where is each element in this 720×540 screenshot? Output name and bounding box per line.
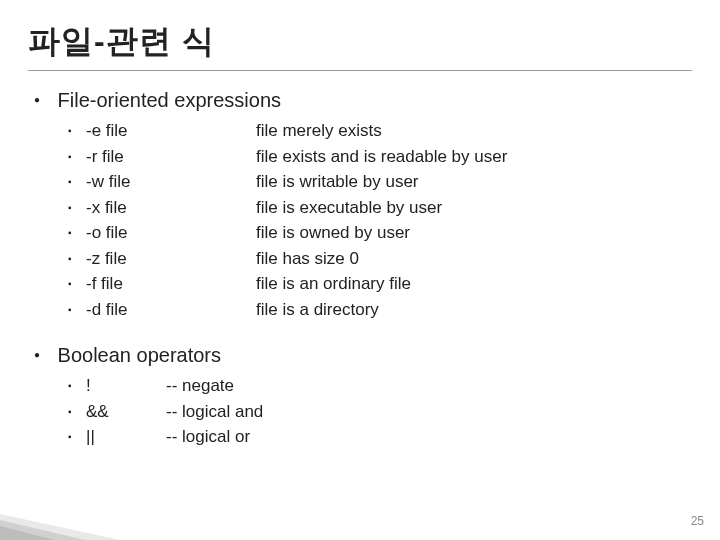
- item-description: file is an ordinary file: [256, 271, 692, 297]
- square-bullet-icon: [68, 297, 86, 323]
- square-bullet-icon: [68, 271, 86, 297]
- item-description: file exists and is readable by user: [256, 144, 692, 170]
- item-description: file is executable by user: [256, 195, 692, 221]
- item-description: file is owned by user: [256, 220, 692, 246]
- item-operator: -z file: [86, 246, 256, 272]
- section-heading: Boolean operators: [34, 344, 692, 367]
- list-item: -w filefile is writable by user: [68, 169, 692, 195]
- svg-marker-0: [0, 514, 120, 540]
- square-bullet-icon: [68, 373, 86, 399]
- page-number: 25: [691, 514, 704, 528]
- page-title: 파일-관련 식: [28, 20, 692, 64]
- list-item: -o filefile is owned by user: [68, 220, 692, 246]
- item-operator: &&: [86, 399, 166, 425]
- item-description: file has size 0: [256, 246, 692, 272]
- list-item: -e filefile merely exists: [68, 118, 692, 144]
- square-bullet-icon: [68, 144, 86, 170]
- section-heading-text: File-oriented expressions: [58, 89, 281, 111]
- square-bullet-icon: [68, 195, 86, 221]
- list-item: ||-- logical or: [68, 424, 692, 450]
- list-item: &&-- logical and: [68, 399, 692, 425]
- item-description: file is a directory: [256, 297, 692, 323]
- section-boolean-operators: Boolean operators !-- negate &&-- logica…: [28, 344, 692, 450]
- list-item: -f filefile is an ordinary file: [68, 271, 692, 297]
- item-operator: -r file: [86, 144, 256, 170]
- item-description: -- logical or: [166, 424, 692, 450]
- slide: 파일-관련 식 File-oriented expressions -e fil…: [0, 0, 720, 540]
- item-operator: -e file: [86, 118, 256, 144]
- list-item: -d filefile is a directory: [68, 297, 692, 323]
- list-item: -r filefile exists and is readable by us…: [68, 144, 692, 170]
- square-bullet-icon: [68, 246, 86, 272]
- square-bullet-icon: [68, 424, 86, 450]
- item-operator: ||: [86, 424, 166, 450]
- decorative-wedge-icon: [0, 506, 120, 540]
- item-description: file merely exists: [256, 118, 692, 144]
- square-bullet-icon: [68, 399, 86, 425]
- svg-marker-1: [0, 520, 85, 540]
- square-bullet-icon: [68, 220, 86, 246]
- item-description: -- logical and: [166, 399, 692, 425]
- list-item: -z filefile has size 0: [68, 246, 692, 272]
- item-operator: -w file: [86, 169, 256, 195]
- section-file-expressions: File-oriented expressions -e filefile me…: [28, 89, 692, 322]
- item-operator: -x file: [86, 195, 256, 221]
- svg-marker-2: [0, 526, 55, 540]
- list-item: -x filefile is executable by user: [68, 195, 692, 221]
- item-operator: !: [86, 373, 166, 399]
- item-operator: -o file: [86, 220, 256, 246]
- square-bullet-icon: [68, 169, 86, 195]
- section-heading: File-oriented expressions: [34, 89, 692, 112]
- title-divider: [28, 70, 692, 71]
- list-item: !-- negate: [68, 373, 692, 399]
- section-heading-text: Boolean operators: [58, 344, 221, 366]
- item-description: file is writable by user: [256, 169, 692, 195]
- square-bullet-icon: [68, 118, 86, 144]
- item-description: -- negate: [166, 373, 692, 399]
- item-list: !-- negate &&-- logical and ||-- logical…: [34, 373, 692, 450]
- item-operator: -d file: [86, 297, 256, 323]
- item-list: -e filefile merely exists -r filefile ex…: [34, 118, 692, 322]
- item-operator: -f file: [86, 271, 256, 297]
